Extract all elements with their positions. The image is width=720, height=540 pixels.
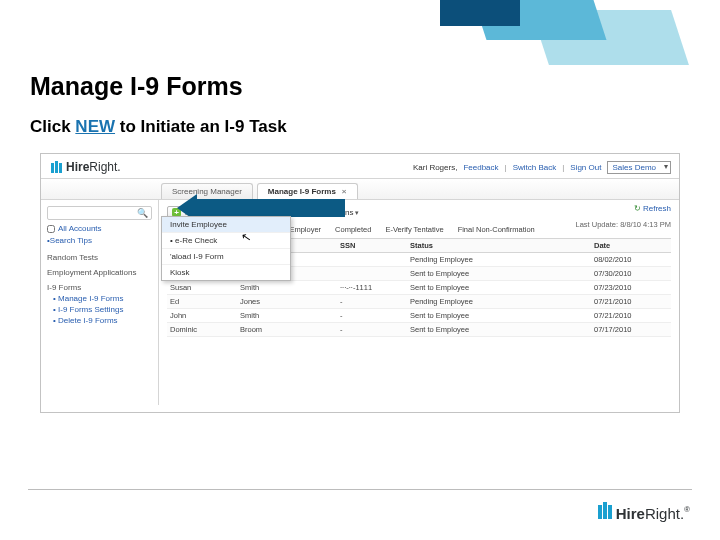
menu-item-invite-employee[interactable]: Invite Employee: [162, 217, 290, 233]
last-update: Last Update: 8/8/10 4:13 PM: [576, 220, 672, 229]
menu-item-kiosk[interactable]: Kiosk: [162, 265, 290, 280]
feedback-link[interactable]: Feedback: [463, 163, 498, 172]
tab-manage-i9[interactable]: Manage I-9 Forms×: [257, 183, 358, 199]
new-dropdown-menu: Invite Employee • e-Re Check 'aload I-9 …: [161, 216, 291, 281]
footer-divider: [28, 489, 692, 490]
tab-bar: Screening Manager Manage I-9 Forms×: [41, 179, 679, 200]
menu-item-upload-i9[interactable]: 'aload I-9 Form: [162, 249, 290, 265]
footer-brand-logo: HireRight.®: [598, 502, 690, 522]
app-header: HireRight. Kari Rogers, Feedback| Switch…: [41, 154, 679, 179]
table-row[interactable]: JohnSmith-Sent to Employee07/21/2010: [167, 309, 671, 323]
sign-out-link[interactable]: Sign Out: [570, 163, 601, 172]
sidebar-delete-i9[interactable]: • Delete I-9 Forms: [53, 316, 152, 325]
header-decoration: [400, 0, 680, 60]
sidebar-i9-forms[interactable]: I-9 Forms: [47, 283, 152, 292]
search-icon: 🔍: [137, 208, 148, 218]
tab-screening-manager[interactable]: Screening Manager: [161, 183, 253, 199]
refresh-link[interactable]: Refresh: [634, 204, 671, 213]
slide-instruction: Click NEW to Initiate an I-9 Task: [30, 117, 690, 137]
menu-item-verify-check[interactable]: • e-Re Check: [162, 233, 290, 249]
filter-completed[interactable]: Completed: [335, 225, 371, 234]
sidebar: 🔍 All Accounts •Search Tips Random Tests…: [41, 200, 159, 405]
callout-arrow: [195, 199, 345, 217]
sidebar-emp-apps[interactable]: Employment Applications: [47, 268, 152, 277]
col-date[interactable]: Date: [594, 241, 668, 250]
instruction-prefix: Click: [30, 117, 75, 136]
main-panel: + New▼ ss 60 days ▾ More Options Refresh…: [159, 200, 679, 405]
brand-logo: HireRight.: [51, 160, 121, 174]
all-accounts-checkbox[interactable]: All Accounts: [47, 224, 152, 233]
table-row[interactable]: DominicBroom-Sent to Employee07/17/2010: [167, 323, 671, 337]
search-tips-link[interactable]: •Search Tips: [47, 236, 152, 245]
logo-bars-icon: [51, 161, 62, 173]
switch-back-link[interactable]: Switch Back: [513, 163, 557, 172]
app-screenshot: HireRight. Kari Rogers, Feedback| Switch…: [40, 153, 680, 413]
close-icon[interactable]: ×: [342, 187, 347, 196]
logo-bars-icon: [598, 502, 612, 519]
filter-tentative[interactable]: E-Verify Tentative: [385, 225, 443, 234]
col-status[interactable]: Status: [410, 241, 594, 250]
account-select[interactable]: Sales Demo: [607, 161, 671, 174]
table-row[interactable]: EdJones-Pending Employee07/21/2010: [167, 295, 671, 309]
sidebar-i9-settings[interactable]: • I-9 Forms Settings: [53, 305, 152, 314]
brand-text: HireRight.: [66, 160, 121, 174]
table-row[interactable]: SusanSmith···-··-1111Sent to Employee07/…: [167, 281, 671, 295]
sidebar-manage-i9[interactable]: • Manage I-9 Forms: [53, 294, 152, 303]
header-right: Kari Rogers, Feedback| Switch Back| Sign…: [413, 161, 671, 174]
slide-title: Manage I-9 Forms: [30, 72, 690, 101]
instruction-suffix: to Initiate an I-9 Task: [115, 117, 287, 136]
filter-final[interactable]: Final Non-Confirmation: [458, 225, 535, 234]
search-input[interactable]: 🔍: [47, 206, 152, 220]
current-user: Kari Rogers,: [413, 163, 457, 172]
col-ssn[interactable]: SSN: [340, 241, 410, 250]
sidebar-random-tests[interactable]: Random Tests: [47, 253, 152, 262]
instruction-keyword: NEW: [75, 117, 115, 136]
